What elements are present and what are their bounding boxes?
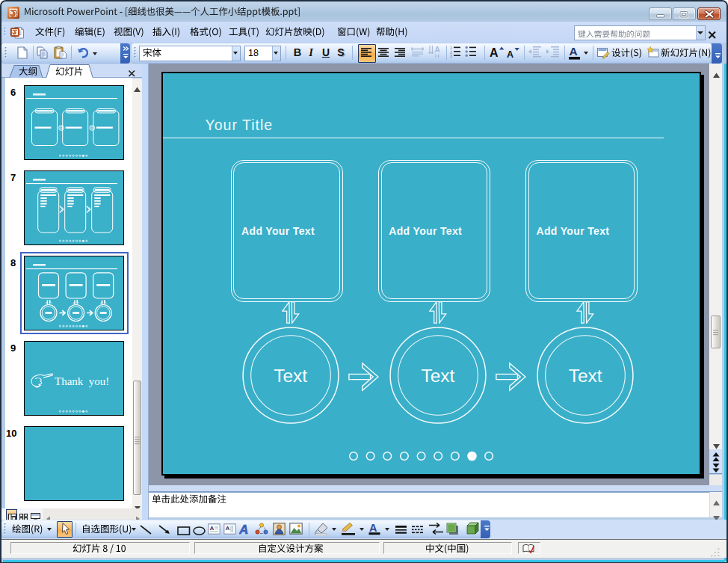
svg-text:A: A (490, 46, 499, 59)
svg-text:A: A (226, 525, 230, 532)
svg-text:A: A (570, 45, 578, 58)
svg-text:A: A (210, 525, 215, 532)
svg-text:A: A (239, 523, 248, 535)
svg-text:A: A (507, 49, 513, 60)
svg-text:Thank you!: Thank you! (55, 375, 109, 387)
svg-text:3: 3 (450, 54, 452, 58)
svg-text:A: A (369, 522, 377, 534)
svg-text:A: A (435, 46, 440, 54)
